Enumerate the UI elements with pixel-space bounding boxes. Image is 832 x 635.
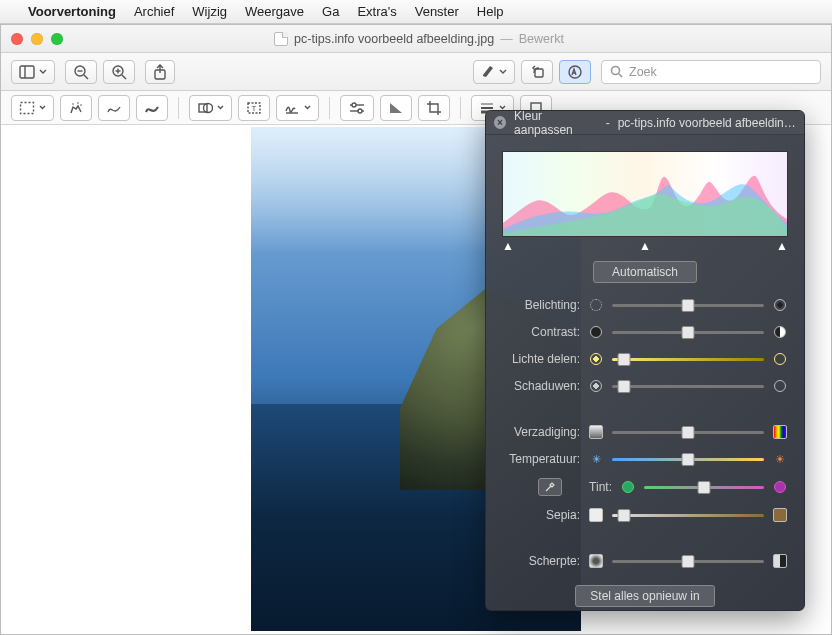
- traffic-lights: [11, 33, 63, 45]
- text-tool[interactable]: T: [238, 95, 270, 121]
- zoom-window-button[interactable]: [51, 33, 63, 45]
- adjust-color-tool[interactable]: [340, 95, 374, 121]
- svg-point-19: [204, 103, 213, 112]
- crop-tool[interactable]: [418, 95, 450, 121]
- sepia-min-icon: [588, 507, 604, 523]
- reset-all-button[interactable]: Stel alles opnieuw in: [575, 585, 714, 607]
- close-window-button[interactable]: [11, 33, 23, 45]
- saturation-min-icon: [588, 424, 604, 440]
- sharpness-slider-row: Scherpte:: [502, 553, 788, 569]
- tint-eyedropper-button[interactable]: [538, 478, 562, 496]
- chevron-down-icon: [39, 69, 47, 75]
- main-toolbar: Zoek: [1, 53, 831, 91]
- saturation-label: Verzadiging:: [502, 425, 580, 439]
- contrast-slider-row: Contrast:: [502, 324, 788, 340]
- temperature-slider[interactable]: [612, 458, 764, 461]
- document-title: pc-tips.info voorbeeld afbeelding.jpg: [294, 32, 494, 46]
- auto-levels-button[interactable]: Automatisch: [593, 261, 697, 283]
- tint-max-icon: [772, 479, 788, 495]
- document-status: Bewerkt: [519, 32, 564, 46]
- histogram-white-handle[interactable]: ▲: [776, 239, 788, 251]
- search-field[interactable]: Zoek: [601, 60, 821, 84]
- temperature-thumb[interactable]: [682, 453, 695, 466]
- highlights-thumb[interactable]: [618, 353, 631, 366]
- shapes-tool[interactable]: [189, 95, 232, 121]
- menu-wijzig[interactable]: Wijzig: [192, 4, 227, 19]
- sepia-slider-row: Sepia:: [502, 507, 788, 523]
- macos-menubar: Voorvertoning Archief Wijzig Weergave Ga…: [0, 0, 832, 24]
- markup-toolbar-button[interactable]: [559, 60, 591, 84]
- adjust-size-tool[interactable]: [380, 95, 412, 121]
- sketch-tool[interactable]: [98, 95, 130, 121]
- share-button[interactable]: [145, 60, 175, 84]
- sepia-max-icon: [772, 507, 788, 523]
- sharpness-slider[interactable]: [612, 560, 764, 563]
- menu-help[interactable]: Help: [477, 4, 504, 19]
- tint-thumb[interactable]: [698, 481, 711, 494]
- exposure-slider-row: Belichting:: [502, 297, 788, 313]
- svg-line-6: [122, 75, 126, 79]
- shadows-max-icon: [772, 378, 788, 394]
- panel-titlebar[interactable]: × Kleur aanpassen - pc-tips.info voorbee…: [486, 111, 804, 135]
- zoom-out-button[interactable]: [65, 60, 97, 84]
- rotate-button[interactable]: [521, 60, 553, 84]
- temperature-max-icon: ☀: [772, 451, 788, 467]
- search-icon: [610, 65, 623, 78]
- sepia-thumb[interactable]: [618, 509, 631, 522]
- highlights-min-icon: [588, 351, 604, 367]
- search-placeholder: Zoek: [629, 65, 657, 79]
- svg-rect-10: [535, 69, 543, 77]
- document-proxy-icon[interactable]: [274, 32, 288, 46]
- menu-archief[interactable]: Archief: [134, 4, 174, 19]
- adjust-color-panel[interactable]: × Kleur aanpassen - pc-tips.info voorbee…: [485, 110, 805, 611]
- svg-point-16: [77, 102, 79, 104]
- svg-point-12: [612, 67, 620, 75]
- zoom-in-button[interactable]: [103, 60, 135, 84]
- highlight-button[interactable]: [473, 60, 515, 84]
- sepia-slider[interactable]: [612, 514, 764, 517]
- shadows-label: Schaduwen:: [502, 379, 580, 393]
- shadows-thumb[interactable]: [618, 380, 631, 393]
- svg-line-3: [84, 75, 88, 79]
- sharpness-label: Scherpte:: [502, 554, 580, 568]
- highlights-slider-row: Lichte delen:: [502, 351, 788, 367]
- menu-venster[interactable]: Venster: [415, 4, 459, 19]
- menu-extras[interactable]: Extra's: [357, 4, 396, 19]
- contrast-slider[interactable]: [612, 331, 764, 334]
- menu-ga[interactable]: Ga: [322, 4, 339, 19]
- shadows-slider-row: Schaduwen:: [502, 378, 788, 394]
- svg-point-26: [358, 109, 362, 113]
- window-titlebar: pc-tips.info voorbeeld afbeelding.jpg — …: [1, 25, 831, 53]
- svg-line-13: [619, 74, 622, 77]
- chevron-down-icon: [39, 105, 46, 110]
- menu-weergave[interactable]: Weergave: [245, 4, 304, 19]
- svg-rect-0: [20, 66, 34, 78]
- histogram-black-handle[interactable]: ▲: [502, 239, 514, 251]
- minimize-window-button[interactable]: [31, 33, 43, 45]
- selection-tool[interactable]: [11, 95, 54, 121]
- tint-slider[interactable]: [644, 486, 764, 489]
- saturation-slider[interactable]: [612, 431, 764, 434]
- tint-min-icon: [620, 479, 636, 495]
- sepia-label: Sepia:: [502, 508, 580, 522]
- saturation-thumb[interactable]: [682, 426, 695, 439]
- sign-tool[interactable]: [276, 95, 319, 121]
- sharpness-thumb[interactable]: [682, 555, 695, 568]
- exposure-min-icon: [588, 297, 604, 313]
- contrast-thumb[interactable]: [682, 326, 695, 339]
- shadows-slider[interactable]: [612, 385, 764, 388]
- exposure-slider[interactable]: [612, 304, 764, 307]
- app-menu[interactable]: Voorvertoning: [28, 4, 116, 19]
- sidebar-view-button[interactable]: [11, 60, 55, 84]
- exposure-thumb[interactable]: [682, 299, 695, 312]
- saturation-slider-row: Verzadiging:: [502, 424, 788, 440]
- close-panel-button[interactable]: ×: [494, 116, 506, 129]
- highlights-max-icon: [772, 351, 788, 367]
- instant-alpha-tool[interactable]: [60, 95, 92, 121]
- histogram[interactable]: [502, 151, 788, 237]
- histogram-mid-handle[interactable]: ▲: [639, 239, 651, 251]
- draw-tool[interactable]: [136, 95, 168, 121]
- svg-point-25: [352, 103, 356, 107]
- sharpness-min-icon: [588, 553, 604, 569]
- highlights-slider[interactable]: [612, 358, 764, 361]
